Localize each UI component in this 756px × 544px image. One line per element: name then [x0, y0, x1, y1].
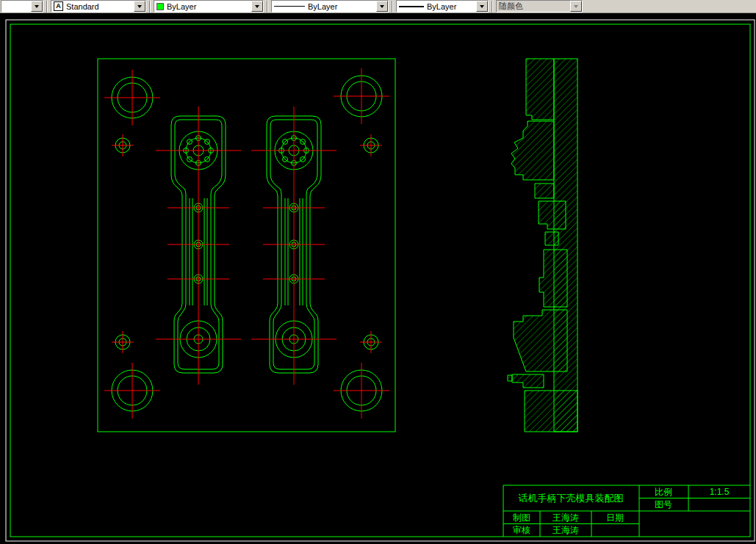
section-part — [508, 375, 512, 381]
scale-label: 比例 — [655, 487, 672, 497]
section-part — [512, 374, 544, 388]
drafter-name: 王海涛 — [552, 512, 579, 523]
color-arrow[interactable] — [251, 1, 263, 12]
drawing-area: 话机手柄下壳模具装配图 比例 1:1.5 图号 制图 王海涛 日期 审核 王海涛 — [0, 13, 756, 544]
drawing-title: 话机手柄下壳模具装配图 — [519, 493, 624, 504]
chevron-down-icon — [574, 5, 578, 8]
scale-value: 1:1.5 — [710, 487, 730, 497]
toolbar-separator — [149, 1, 151, 12]
lineweight-arrow[interactable] — [476, 1, 488, 12]
drawing-canvas[interactable]: 话机手柄下壳模具装配图 比例 1:1.5 图号 制图 王海涛 日期 审核 王海涛 — [0, 13, 756, 544]
linetype-arrow[interactable] — [376, 1, 388, 12]
chevron-down-icon — [480, 5, 484, 8]
section-part — [511, 121, 554, 180]
color-value: ByLayer — [167, 2, 196, 11]
reviewer-label: 审核 — [513, 525, 530, 535]
unnamed-combo[interactable] — [1, 0, 43, 12]
section-part — [545, 232, 558, 245]
mold-plate-outline — [98, 59, 395, 432]
section-part — [539, 201, 566, 229]
chevron-down-icon — [35, 5, 39, 8]
lineweight-value: ByLayer — [427, 2, 456, 11]
lineweight-line-icon — [399, 6, 424, 7]
plot-style-combo: 随颜色 — [496, 0, 583, 12]
linetype-line-icon — [274, 6, 305, 7]
toolbar: A Standard ByLayer ByLayer ByLayer 随颜色 — [0, 0, 756, 13]
section-part — [539, 250, 567, 307]
date-label: 日期 — [606, 512, 624, 523]
sheet-frame — [10, 24, 750, 537]
section-part — [525, 391, 577, 432]
plot-style-arrow — [570, 1, 582, 12]
unnamed-combo-arrow[interactable] — [31, 1, 43, 12]
linetype-combo[interactable]: ByLayer — [271, 0, 389, 12]
plot-style-value: 随颜色 — [499, 1, 523, 12]
text-style-combo[interactable]: A Standard — [51, 0, 146, 12]
section-part — [514, 310, 567, 371]
toolbar-separator — [492, 1, 493, 12]
drafter-label: 制图 — [513, 512, 530, 523]
color-swatch-icon — [156, 3, 164, 10]
reviewer-name: 王海涛 — [552, 525, 579, 535]
linetype-value: ByLayer — [308, 2, 337, 11]
chevron-down-icon — [255, 5, 259, 8]
drawing-number-label: 图号 — [655, 499, 672, 509]
toolbar-separator — [267, 1, 268, 12]
section-part — [526, 59, 554, 120]
toolbar-separator — [46, 1, 48, 12]
text-style-icon: A — [54, 1, 63, 11]
text-style-value: Standard — [66, 2, 99, 11]
lineweight-combo[interactable]: ByLayer — [396, 0, 489, 12]
toolbar-separator — [392, 1, 393, 12]
chevron-down-icon — [137, 5, 142, 8]
section-part — [535, 184, 554, 198]
color-combo[interactable]: ByLayer — [154, 0, 264, 12]
plan-view — [98, 59, 395, 432]
section-view — [508, 59, 577, 432]
chevron-down-icon — [380, 5, 384, 8]
text-style-arrow[interactable] — [134, 1, 145, 12]
